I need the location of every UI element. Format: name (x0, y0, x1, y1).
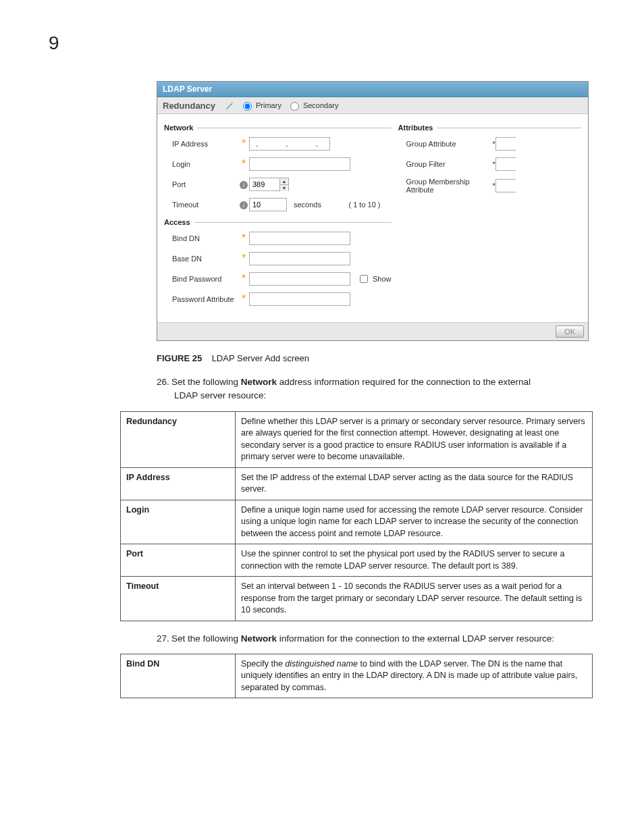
redundancy-label: Redundancy (163, 101, 215, 111)
login-label: Login (164, 160, 238, 168)
panel-title: LDAP Server (157, 82, 588, 97)
spinner-down-icon[interactable]: ▼ (280, 185, 288, 191)
info-icon: i (238, 180, 249, 189)
table-row: TimeoutSet an interval between 1 - 10 se… (121, 577, 593, 621)
group-attribute-label: Group Attribute (398, 140, 493, 148)
password-attribute-row: Password Attribute * (164, 292, 392, 306)
table-row: IP AddressSet the IP address of the exte… (121, 467, 593, 500)
show-password-checkbox[interactable] (360, 275, 368, 283)
timeout-range: ( 1 to 10 ) (348, 201, 380, 209)
bind-dn-row: Bind DN * (164, 232, 392, 245)
required-icon: * (238, 138, 249, 150)
group-membership-input[interactable] (495, 179, 516, 192)
base-dn-label: Base DN (164, 255, 238, 263)
timeout-input[interactable] (249, 198, 287, 211)
table-row: PortUse the spinner control to set the p… (121, 544, 593, 577)
group-membership-label: Group Membership Attribute (398, 178, 493, 194)
table-row: Bind DN Specify the distinguished name t… (121, 654, 593, 698)
timeout-label: Timeout (164, 201, 238, 209)
step-26: 26.Set the following Network address inf… (157, 375, 555, 403)
attributes-legend: Attributes (398, 124, 581, 132)
radio-secondary-label: Secondary (303, 101, 339, 109)
login-input[interactable] (249, 157, 350, 171)
figure-caption: FIGURE 25 LDAP Server Add screen (157, 353, 595, 363)
show-password-label: Show (373, 275, 392, 283)
port-row: Port i ▲ ▼ (164, 178, 392, 191)
required-icon: * (238, 232, 249, 244)
port-label: Port (164, 180, 238, 188)
password-attribute-label: Password Attribute (164, 295, 238, 303)
base-dn-input[interactable] (249, 252, 350, 265)
spinner-up-icon[interactable]: ▲ (280, 178, 288, 185)
bind-dn-label: Bind DN (164, 234, 238, 242)
group-filter-input[interactable] (495, 157, 516, 171)
required-icon: * (238, 273, 249, 285)
port-spinner[interactable]: ▲ ▼ (249, 178, 289, 191)
port-input[interactable] (250, 178, 279, 190)
radio-primary-input[interactable] (243, 102, 252, 111)
step-27: 27.Set the following Network information… (157, 632, 555, 646)
timeout-row: Timeout i seconds ( 1 to 10 ) (164, 198, 392, 211)
required-icon: * (238, 158, 249, 170)
timeout-unit: seconds (294, 201, 321, 209)
bind-dn-input[interactable] (249, 232, 350, 245)
panel-footer: OK (157, 322, 588, 340)
base-dn-row: Base DN * (164, 252, 392, 265)
chapter-number: 9 (49, 32, 595, 54)
group-attribute-input[interactable] (495, 137, 516, 151)
required-icon: * (238, 253, 249, 265)
figure-label: FIGURE 25 (157, 353, 202, 363)
radio-secondary[interactable]: Secondary (287, 100, 339, 111)
radio-primary-label: Primary (256, 101, 281, 109)
table-row: RedundancyDefine whether this LDAP serve… (121, 411, 593, 467)
access-definition-table: Bind DN Specify the distinguished name t… (120, 654, 593, 699)
login-row: Login * (164, 157, 392, 171)
redundancy-row: Redundancy Primary Secondary (157, 97, 588, 114)
bind-password-row: Bind Password * Show (164, 272, 392, 286)
group-filter-label: Group Filter (398, 160, 493, 168)
wand-icon (225, 101, 234, 110)
ip-address-row: IP Address * (164, 137, 392, 151)
group-membership-row: Group Membership Attribute * (398, 178, 581, 194)
ip-address-input[interactable] (249, 137, 330, 151)
network-legend: Network (164, 124, 392, 132)
table-row: LoginDefine a unique login name used for… (121, 500, 593, 544)
ok-button[interactable]: OK (556, 325, 584, 338)
network-definition-table: RedundancyDefine whether this LDAP serve… (120, 411, 593, 621)
required-icon: * (238, 293, 249, 305)
password-attribute-input[interactable] (249, 292, 350, 306)
ldap-server-panel: LDAP Server Redundancy Primary Secondary… (157, 81, 589, 341)
group-filter-row: Group Filter * (398, 157, 581, 171)
access-legend: Access (164, 218, 392, 226)
ip-address-label: IP Address (164, 140, 238, 148)
figure-caption-text: LDAP Server Add screen (212, 353, 309, 363)
bind-password-label: Bind Password (164, 275, 238, 283)
radio-primary[interactable]: Primary (240, 100, 281, 111)
svg-point-0 (232, 102, 233, 103)
group-attribute-row: Group Attribute * (398, 137, 581, 151)
bind-password-input[interactable] (249, 272, 350, 286)
radio-secondary-input[interactable] (290, 102, 299, 111)
info-icon: i (238, 201, 249, 209)
svg-point-1 (230, 104, 230, 105)
